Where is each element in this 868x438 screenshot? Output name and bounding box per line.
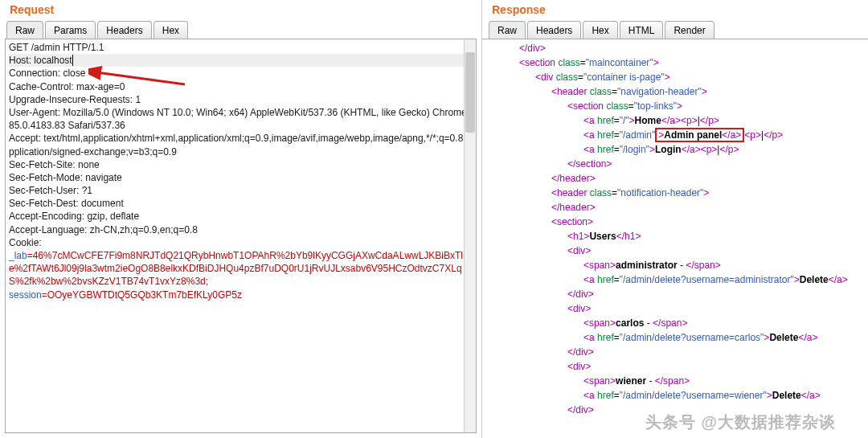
resp-line: </header> [487, 200, 863, 215]
resp-line: </div> [487, 345, 863, 359]
request-tabs: Raw Params Headers Hex [0, 21, 481, 39]
req-line-acceptenc: Accept-Encoding: gzip, deflate [9, 210, 473, 223]
tab-hex[interactable]: Hex [154, 21, 188, 39]
tab-headers[interactable]: Headers [97, 21, 151, 39]
scrollbar[interactable] [464, 39, 476, 432]
response-panel: Response Raw Headers Hex HTML Render </d… [482, 0, 868, 438]
resp-line: <div> [487, 244, 863, 258]
resp-line: <span>carlos - </span> [487, 316, 863, 330]
resp-line: <span>administrator - </span> [487, 258, 863, 272]
resp-line: <a href="/admin/delete?username=carlos">… [487, 330, 863, 345]
resp-line-admin: <a href="/admin">Admin panel</a><p>|</p> [487, 128, 863, 142]
req-line-connection: Connection: close [9, 67, 473, 80]
tab-raw[interactable]: Raw [6, 21, 43, 39]
response-title: Response [482, 0, 868, 21]
req-line-cachecontrol: Cache-Control: max-age=0 [9, 80, 473, 93]
req-line-cookie-lab: _lab=46%7cMCwCFE7Fi9m8NRJTdQ21QRybHnwbT1… [9, 249, 473, 289]
resp-tab-render[interactable]: Render [665, 21, 714, 39]
req-line-useragent: User-Agent: Mozilla/5.0 (Windows NT 10.0… [9, 106, 473, 132]
req-line-cookie: Cookie: [9, 236, 473, 249]
req-line-fetchuser: Sec-Fetch-User: ?1 [9, 184, 473, 197]
resp-line: </div> [487, 287, 863, 301]
resp-line: <header class="notification-header"> [487, 186, 863, 200]
scrollbar-thumb[interactable] [465, 52, 475, 133]
req-line-accept: Accept: text/html,application/xhtml+xml,… [9, 132, 473, 158]
tab-params[interactable]: Params [45, 21, 96, 39]
resp-line: </div> [487, 41, 863, 55]
resp-line: <a href="/">Home</a><p>|</p> [487, 113, 863, 128]
request-content[interactable]: GET /admin HTTP/1.1 Host: localhost Conn… [5, 39, 477, 433]
req-line-host: Host: localhost [9, 54, 473, 67]
resp-line: <section class="maincontainer"> [487, 55, 863, 70]
response-tabs: Raw Headers Hex HTML Render [482, 21, 868, 39]
req-line-cookie-session: session=OOyeYGBWTDtQ5GQb3KTm7bEfKLy0GP5z [9, 289, 473, 301]
resp-line: </header> [487, 171, 863, 186]
req-line-acceptlang: Accept-Language: zh-CN,zh;q=0.9,en;q=0.8 [9, 223, 473, 236]
resp-line: <div> [487, 359, 863, 374]
resp-line: <span>wiener - </span> [487, 374, 863, 388]
resp-line: <section class="top-links"> [487, 99, 863, 113]
req-line-fetchmode: Sec-Fetch-Mode: navigate [9, 171, 473, 184]
resp-tab-headers[interactable]: Headers [527, 21, 581, 39]
resp-tab-html[interactable]: HTML [620, 21, 664, 39]
request-panel: Request Raw Params Headers Hex GET /admi… [0, 0, 482, 438]
resp-tab-raw[interactable]: Raw [489, 21, 526, 39]
resp-line: <div> [487, 301, 863, 316]
req-line-method: GET /admin HTTP/1.1 [9, 41, 473, 54]
resp-line: <a href="/admin/delete?username=wiener">… [487, 388, 863, 403]
resp-tab-hex[interactable]: Hex [583, 21, 617, 39]
request-title: Request [0, 0, 481, 21]
req-line-upgrade: Upgrade-Insecure-Requests: 1 [9, 93, 473, 106]
watermark: 头条号 @大数据推荐杂谈 [645, 411, 836, 433]
resp-line: </section> [487, 157, 863, 171]
resp-line: <section> [487, 215, 863, 229]
resp-line: <h1>Users</h1> [487, 229, 863, 244]
response-content[interactable]: </div> <section class="maincontainer"> <… [482, 39, 868, 438]
resp-line: <a href="/login">Login</a><p>|</p> [487, 142, 863, 157]
resp-line: <a href="/admin/delete?username=administ… [487, 272, 863, 287]
req-line-fetchsite: Sec-Fetch-Site: none [9, 158, 473, 171]
resp-line: <header class="navigation-header"> [487, 84, 863, 99]
resp-line: <div class="container is-page"> [487, 70, 863, 84]
req-line-fetchdest: Sec-Fetch-Dest: document [9, 197, 473, 210]
